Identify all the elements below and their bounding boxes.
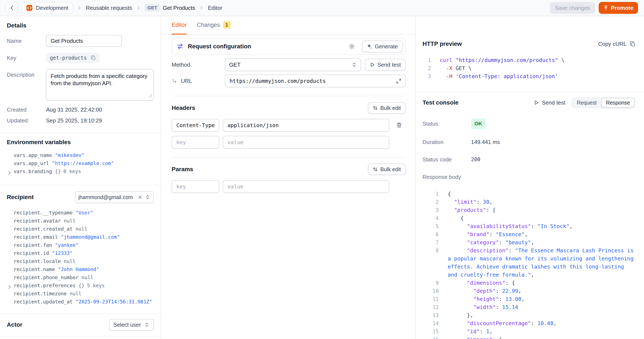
environment-selector[interactable]: Development: [21, 2, 73, 14]
variable-row[interactable]: vars.branding{}0 keys: [7, 167, 154, 176]
variable-key: vars.app_url: [14, 160, 49, 166]
response-body-code: 1{2 "limit": 30,3 "products": [4 {5 "ava…: [422, 190, 636, 339]
code-line: 5 "availabilityStatus": "In Stock",: [422, 222, 636, 230]
code-line: 2 "limit": 30,: [422, 198, 636, 206]
divider: [172, 157, 406, 158]
params-bulk-edit-button[interactable]: Bulk edit: [368, 164, 406, 175]
param-empty-row: [172, 180, 406, 193]
chevron-right-icon[interactable]: [8, 169, 12, 177]
save-changes-button[interactable]: Save changes: [550, 2, 595, 14]
code-line: 1{: [422, 190, 636, 198]
url-input[interactable]: [225, 74, 406, 87]
variable-value: null: [76, 226, 87, 232]
breadcrumb-request-name[interactable]: Get Products: [163, 5, 195, 11]
name-input[interactable]: [46, 35, 122, 47]
method-select[interactable]: GET: [225, 58, 361, 71]
promote-button[interactable]: Promote: [599, 2, 638, 14]
details-sidebar: Details Name Key get-products Descripti: [0, 16, 161, 339]
line-number: 1: [422, 56, 431, 64]
trash-icon: [396, 122, 402, 128]
back-button[interactable]: [6, 2, 18, 14]
duration-label: Duration: [422, 138, 471, 146]
details-section: Details Name Key get-products Descripti: [0, 16, 160, 132]
header-row: [172, 119, 406, 132]
settings-gear-button[interactable]: [346, 40, 358, 52]
actor-select-label: Select user: [113, 322, 141, 328]
tab-editor[interactable]: Editor: [172, 16, 187, 34]
status-label: Status: [422, 119, 471, 128]
expand-icon[interactable]: [396, 78, 402, 86]
delete-header-button[interactable]: [393, 119, 406, 132]
description-textarea[interactable]: Fetch products from a specific category …: [46, 69, 154, 100]
param-new-value-input[interactable]: [223, 180, 389, 193]
bulk-edit-label: Bulk edit: [380, 105, 401, 111]
code-text: {: [448, 190, 636, 198]
tab-changes-label: Changes: [197, 22, 220, 28]
copy-icon[interactable]: [90, 55, 96, 61]
tab-changes[interactable]: Changes 1: [197, 16, 231, 34]
copy-curl-button[interactable]: Copy cURL: [598, 41, 636, 47]
header-new-key-input[interactable]: [172, 136, 219, 149]
toggle-response[interactable]: Response: [601, 98, 635, 108]
code-line: 10 "depth": 22.99,: [422, 287, 636, 295]
url-label: URL: [172, 78, 225, 84]
promote-label: Promote: [611, 5, 633, 11]
topbar: Development Reusable requests GET Get Pr…: [0, 0, 644, 16]
bulk-edit-icon: [373, 167, 378, 172]
variable-row[interactable]: recipient.preferences{}5 keys: [7, 282, 154, 290]
variable-key: recipient.__typename: [14, 210, 72, 216]
chevron-up-down-icon: [145, 194, 150, 200]
code-text: "id": 1,: [448, 328, 636, 336]
line-number: 14: [422, 320, 439, 328]
code-text: "limit": 30,: [448, 198, 636, 206]
preview-panel: HTTP preview Copy cURL 1curl "https://du…: [415, 16, 644, 339]
duration-value: 149.441 ms: [471, 138, 500, 146]
variable-key-count: 5 keys: [87, 283, 105, 288]
toggle-request[interactable]: Request: [572, 98, 601, 108]
play-icon: [534, 100, 539, 105]
generate-label: Generate: [375, 43, 398, 50]
resize-handle[interactable]: [148, 92, 152, 100]
variable-row: recipient.id"12333": [7, 249, 154, 257]
variable-row: vars.app_url"https://example.com": [7, 159, 154, 167]
status-badge: OK: [471, 118, 486, 129]
breadcrumb-reusable-requests[interactable]: Reusable requests: [86, 5, 132, 11]
header-key-input[interactable]: [172, 119, 219, 132]
gear-icon: [348, 43, 355, 50]
variable-value: null: [82, 275, 93, 280]
variable-key: recipient.preferences: [14, 283, 76, 288]
line-number: 15: [422, 328, 439, 336]
recipient-selected-value: jhammond@gmail.com: [78, 194, 136, 200]
next-section-partial: [0, 336, 160, 339]
code-text: curl "https://dummyjson.com/products" \: [440, 56, 636, 64]
header-value-input[interactable]: [223, 119, 389, 132]
chevron-right-icon: [77, 5, 82, 10]
headers-bulk-edit-button[interactable]: Bulk edit: [368, 102, 406, 114]
variable-key: recipient.updated_at: [14, 299, 72, 304]
params-section-head: Params Bulk edit: [172, 164, 406, 175]
actor-select[interactable]: Select user: [109, 319, 154, 330]
status-code-row: Status code 200: [422, 155, 636, 164]
header-new-value-input[interactable]: [223, 136, 389, 149]
recipient-select[interactable]: jhammond@gmail.com: [75, 191, 154, 203]
send-test-button[interactable]: Send test: [365, 59, 406, 71]
console-send-test-button[interactable]: Send test: [534, 100, 565, 106]
line-number: 13: [422, 311, 439, 320]
param-new-key-input[interactable]: [172, 180, 219, 193]
variable-value: "2025-09-23T14:56:31.981Z": [76, 299, 152, 304]
code-text: "brand": "Essence",: [448, 230, 636, 238]
description-field-row: Description Fetch products from a specif…: [7, 69, 154, 102]
variable-key: recipient.fan: [14, 242, 52, 248]
code-text: "products": [: [448, 206, 636, 214]
method-label: Method: [172, 62, 225, 68]
variable-key: recipient.email: [14, 234, 58, 240]
code-line: 12 "width": 15.14: [422, 303, 636, 311]
generate-button[interactable]: Generate: [362, 40, 402, 52]
divider: [172, 96, 406, 96]
created-label: Created: [7, 106, 46, 113]
breadcrumb-request: GET Get Products: [145, 4, 195, 12]
code-text: },: [448, 311, 636, 320]
variable-braces: {}: [55, 169, 61, 174]
clear-icon[interactable]: [138, 195, 143, 200]
variable-row: vars.app_name"mikesdev": [7, 151, 154, 159]
